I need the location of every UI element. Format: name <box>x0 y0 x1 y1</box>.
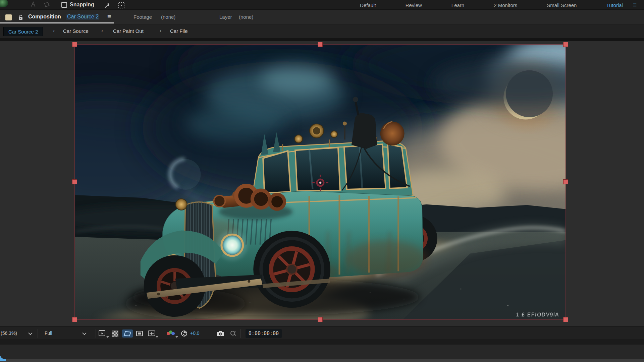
corner-overlay-blob <box>0 0 8 7</box>
fast-preview-caret-icon <box>106 336 109 338</box>
breadcrumb-item-car-source[interactable]: Car Source <box>63 28 89 34</box>
top-toolbar: Snapping Default Review Learn 2 Monitors… <box>0 0 644 10</box>
checkerboard-icon <box>112 330 118 337</box>
panel-tab-row: ‹ Composition Car Source 2 ≡ Footage (no… <box>0 10 644 25</box>
resolution-chevron-icon[interactable] <box>82 331 87 335</box>
current-time-field[interactable]: 0:00:00:00 <box>246 329 282 338</box>
region-of-interest-icon <box>123 330 132 337</box>
toolbar-divider <box>38 329 38 338</box>
shutter-icon <box>181 330 187 337</box>
image-watermark-text: 1 £ EFIODV9lA <box>516 311 560 317</box>
camera-icon <box>216 330 224 337</box>
puppet-pin-tool-icon[interactable] <box>30 1 37 8</box>
grid-guides-caret-icon <box>156 336 158 338</box>
snap-arrow-icon[interactable] <box>103 1 111 9</box>
snapping-checkbox[interactable] <box>61 2 67 8</box>
show-channel-caret-icon <box>175 336 178 338</box>
fast-preview-button[interactable] <box>98 329 107 338</box>
composition-viewport[interactable]: 1 £ EFIODV9lA <box>0 41 644 326</box>
composition-canvas[interactable]: 1 £ EFIODV9lA <box>74 44 566 320</box>
lock-icon[interactable] <box>18 14 23 20</box>
workspace-tab-tutorial[interactable]: Tutorial <box>606 2 623 8</box>
active-tab-underline <box>0 22 114 23</box>
breadcrumb-separator-icon: ‹ <box>160 28 161 34</box>
layer-tab-value[interactable]: (none) <box>239 14 253 20</box>
region-of-interest-button[interactable] <box>122 329 133 338</box>
window-bottom-edge <box>0 359 644 362</box>
toolbar-divider <box>240 329 241 338</box>
selection-handle-mid-left[interactable] <box>72 179 77 184</box>
toolbar-divider <box>210 329 210 338</box>
blue-channel-icon <box>171 332 175 335</box>
transparency-grid-button[interactable] <box>110 329 120 338</box>
breadcrumb-separator-icon: ‹ <box>101 28 103 34</box>
workspace-tab-bar: Default Review Learn 2 Monitors Small Sc… <box>360 0 637 10</box>
snap-points-icon[interactable] <box>117 1 125 9</box>
selection-handle-bottom-center[interactable] <box>318 317 323 322</box>
magnification-dropdown[interactable]: (56.3%) <box>1 330 17 336</box>
warp-tool-icon[interactable] <box>43 1 50 8</box>
composition-color-swatch[interactable] <box>5 14 12 20</box>
workspace-menu-icon[interactable]: ≡ <box>633 1 637 9</box>
after-effects-window: Snapping Default Review Learn 2 Monitors… <box>0 0 644 362</box>
layer-tab-label[interactable]: Layer <box>219 14 232 20</box>
footage-tab-label[interactable]: Footage <box>133 14 152 20</box>
snapshot-ghost-icon <box>230 330 236 337</box>
selection-handle-top-center[interactable] <box>318 42 323 47</box>
breadcrumb-item-car-file[interactable]: Car File <box>170 28 188 34</box>
selection-handle-mid-right[interactable] <box>563 179 568 184</box>
footage-tab-value[interactable]: (none) <box>161 14 175 20</box>
selection-handle-top-right[interactable] <box>563 42 568 47</box>
panel-divider <box>0 38 644 41</box>
show-snapshot-button[interactable] <box>229 329 237 338</box>
selection-handle-bottom-left[interactable] <box>72 317 77 322</box>
timeline-panel-edge <box>0 345 644 359</box>
composition-tab-name[interactable]: Car Source 2 <box>66 14 99 20</box>
workspace-tab-default[interactable]: Default <box>360 2 376 8</box>
panel-gap <box>0 339 644 345</box>
snapping-label[interactable]: Snapping <box>70 2 94 8</box>
workspace-tab-small-screen[interactable]: Small Screen <box>547 2 577 8</box>
breadcrumb-item-car-paint-out[interactable]: Car Paint Out <box>113 28 144 34</box>
take-snapshot-button[interactable] <box>216 329 225 338</box>
car-scene-artwork <box>75 45 566 319</box>
title-action-safe-button[interactable] <box>135 329 144 338</box>
breadcrumb-separator-icon: ‹ <box>53 28 55 34</box>
selection-handle-top-left[interactable] <box>72 42 77 47</box>
safe-margins-icon <box>136 331 143 336</box>
reset-exposure-button[interactable] <box>180 329 189 338</box>
workspace-tab-2-monitors[interactable]: 2 Monitors <box>494 2 517 8</box>
timeline-panel[interactable] <box>0 345 644 359</box>
magnification-chevron-icon[interactable] <box>28 331 33 335</box>
workspace-tab-review[interactable]: Review <box>406 2 422 8</box>
workspace-tab-learn[interactable]: Learn <box>451 2 464 8</box>
resolution-dropdown[interactable]: Full <box>45 330 52 336</box>
panel-menu-icon[interactable]: ≡ <box>107 13 111 20</box>
show-channel-button[interactable] <box>166 329 176 338</box>
selection-handle-bottom-right[interactable] <box>563 317 568 322</box>
exposure-value[interactable]: +0.0 <box>190 330 200 336</box>
toolbar-divider <box>96 329 96 338</box>
composition-breadcrumb: Car Source 2 ‹ Car Source ‹ Car Paint Ou… <box>0 25 644 38</box>
grid-guides-button[interactable] <box>147 329 156 338</box>
viewer-toolbar: (56.3%) Full <box>0 326 644 339</box>
toolbar-divider <box>162 329 162 338</box>
composition-tab-label[interactable]: Composition <box>28 14 61 20</box>
panel-back-chevron-icon[interactable]: ‹ <box>0 14 1 21</box>
breadcrumb-active-item[interactable]: Car Source 2 <box>3 27 43 36</box>
